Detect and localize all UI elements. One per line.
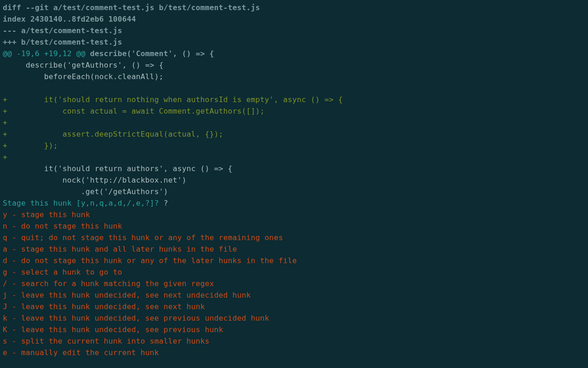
- help-line: j - leave this hunk undecided, see next …: [3, 291, 251, 299]
- diff-header-line: diff --git a/test/comment-test.js b/test…: [3, 3, 260, 12]
- diff-line-context: nock('http://blackbox.net'): [3, 176, 187, 184]
- help-line: q - quit; do not stage this hunk or any …: [3, 233, 283, 242]
- help-line: a - stage this hunk and all later hunks …: [3, 245, 237, 253]
- help-line: n - do not stage this hunk: [3, 222, 122, 230]
- diff-header-line: +++ b/test/comment-test.js: [3, 38, 122, 46]
- help-line: k - leave this hunk undecided, see previ…: [3, 314, 269, 322]
- help-line: y - stage this hunk: [3, 210, 90, 219]
- help-line: g - select a hunk to go to: [3, 268, 122, 276]
- diff-line-added: + });: [3, 141, 58, 150]
- diff-line-added: + it('should return nothing when authors…: [3, 95, 343, 104]
- help-line: K - leave this hunk undecided, see previ…: [3, 325, 223, 334]
- diff-line-context: beforeEach(nock.cleanAll);: [3, 72, 164, 81]
- diff-line-context: describe('getAuthors', () => {: [3, 61, 164, 69]
- diff-line-added: + assert.deepStrictEqual(actual, {});: [3, 130, 223, 138]
- stage-hunk-prompt[interactable]: Stage this hunk [y,n,q,a,d,/,e,?]?: [3, 199, 164, 207]
- diff-line-added: + const actual = await Comment.getAuthor…: [3, 107, 265, 115]
- diff-line-context: .get('/getAuthors'): [3, 187, 168, 196]
- diff-line-context: it('should return authors', async () => …: [3, 164, 232, 173]
- diff-header-line: index 2430140..8fd2eb6 100644: [3, 15, 136, 23]
- diff-hunk-context: describe('Comment', () => {: [90, 49, 214, 58]
- diff-hunk-marker: @@ -19,6 +19,12 @@: [3, 49, 90, 58]
- help-line: e - manually edit the current hunk: [3, 348, 159, 357]
- terminal-output[interactable]: diff --git a/test/comment-test.js b/test…: [0, 0, 588, 360]
- help-line: d - do not stage this hunk or any of the…: [3, 256, 297, 265]
- stage-hunk-answer: ?: [164, 199, 168, 207]
- help-line: s - split the current hunk into smaller …: [3, 337, 209, 345]
- diff-line-context: [3, 84, 7, 92]
- diff-header-line: --- a/test/comment-test.js: [3, 26, 122, 35]
- diff-line-added: +: [3, 153, 7, 161]
- help-line: / - search for a hunk matching the given…: [3, 279, 214, 288]
- diff-line-added: +: [3, 118, 7, 127]
- help-line: J - leave this hunk undecided, see next …: [3, 302, 205, 311]
